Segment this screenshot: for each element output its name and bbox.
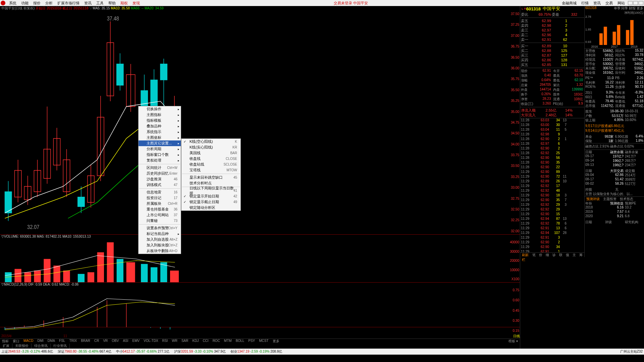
menu-item[interactable]: 系统	[7, 1, 19, 5]
candlestick-chart[interactable]: 37.48 32.07	[0, 11, 520, 235]
indicator-tab[interactable]: RSI	[160, 339, 170, 344]
bottom-tab[interactable]: 行业资讯	[51, 344, 70, 349]
fin-tab[interactable]: 更多	[637, 6, 643, 10]
menu-item[interactable]: 区间统计Ctrl+W	[139, 165, 181, 171]
indicator-tab[interactable]: KDJ	[190, 339, 201, 344]
indicator-tabs[interactable]: 指标窗口MACDDMIDMAFSLTRIXBRARCRVROBVASIEMVVO…	[0, 339, 520, 344]
indicator-tab[interactable]: EMV	[130, 339, 142, 344]
menu-item[interactable]: 资讯	[82, 1, 94, 5]
bottom-tab[interactable]: 关联报价	[12, 344, 32, 349]
menu-item[interactable]: K线(实心阳线)KR	[181, 144, 240, 150]
menu-item[interactable]: 重仓持股基金36	[139, 206, 181, 212]
menu-item[interactable]: 帮助	[106, 1, 118, 5]
menu-item[interactable]: 分析周期▸	[139, 146, 181, 152]
menu-item[interactable]: 指标窗口个数▸	[139, 152, 181, 158]
menu-item[interactable]: 功能	[19, 1, 31, 5]
menu-item[interactable]: 投资日记17	[139, 195, 181, 201]
indicator-tab[interactable]: BRAR	[79, 339, 92, 344]
menu-link[interactable]: 资讯	[591, 1, 603, 6]
menu-item[interactable]: ✓K线(空心阳线)K	[181, 139, 240, 144]
menu-item[interactable]: 叠加品种▸	[139, 123, 181, 129]
indicator-tab[interactable]: 更多	[271, 339, 281, 344]
indicator-tab[interactable]: FSL	[57, 339, 67, 344]
menu-link[interactable]: 网站	[615, 1, 627, 6]
menu-item[interactable]: 加入到自选股Alt+Z	[139, 237, 181, 242]
menu-link[interactable]: 行情	[579, 1, 591, 6]
indicator-tab[interactable]: OBV	[110, 339, 121, 344]
indicator-tab[interactable]: CCI	[201, 339, 210, 344]
bottom-tab[interactable]: 综合资讯	[32, 344, 51, 349]
bottom-tabs[interactable]: 扩展关联报价综合资讯行业资讯	[0, 344, 520, 349]
menu-link[interactable]: 金融商城	[559, 1, 579, 6]
side-tab[interactable]: 值	[564, 253, 571, 257]
menu-item[interactable]: 报价	[31, 1, 43, 5]
fin-tab[interactable]: 单季	[614, 6, 621, 10]
menu-item[interactable]: 发现	[130, 1, 142, 5]
menu-item[interactable]: 收盘站线SCLOSE	[181, 162, 240, 167]
menu-item[interactable]: 指标模板▸	[139, 118, 181, 123]
menu-item[interactable]: 信息地雷16	[139, 189, 181, 195]
indicator-tab[interactable]: MACD	[21, 339, 35, 344]
fin-tab[interactable]: 财报	[629, 6, 636, 10]
menu-item[interactable]: 上市公司网站37	[139, 212, 181, 218]
menu-item[interactable]: 设置条件预警Ctrl+Y	[139, 225, 181, 231]
menu-item[interactable]: 加入到板块股Ctrl+Z	[139, 242, 181, 248]
menu-item[interactable]: 期权	[118, 1, 130, 5]
max-icon[interactable]	[633, 1, 638, 5]
menu-item[interactable]: 技术分析时点	[181, 180, 240, 186]
side-tab[interactable]: 笔	[531, 253, 537, 257]
indicator-tab[interactable]: BOLL	[234, 339, 247, 344]
menu-item[interactable]: 扩展市场行情	[55, 1, 82, 5]
context-menu-sub[interactable]: ✓K线(空心阳线)KK线(实心阳线)KR美国线BAR收盘线CLOSE收盘站线SC…	[181, 138, 241, 211]
bottom-tab[interactable]: 扩展	[0, 344, 12, 349]
indicator-tab[interactable]: TRIX	[67, 339, 79, 344]
menu-item[interactable]: 复权处理▸	[139, 158, 181, 163]
menu-item[interactable]: 宝塔线MTOW	[181, 167, 240, 173]
menu-item[interactable]: 切换操作▸	[139, 106, 181, 112]
indicator-tab[interactable]: MCST	[257, 339, 270, 344]
menu-item[interactable]: 日线以下周期仅显示当日数据41	[181, 188, 240, 193]
indicator-tab[interactable]: PSY	[246, 339, 257, 344]
indicator-tab[interactable]: WR	[170, 339, 179, 344]
menu-item[interactable]: 训练模式47	[139, 182, 181, 188]
menu-item[interactable]: 问董秘73	[139, 218, 181, 224]
pred-tab[interactable]: 主题投资	[601, 197, 618, 201]
indicator-tab[interactable]: SAR	[179, 339, 191, 344]
min-icon[interactable]	[628, 1, 633, 5]
indicator-tab[interactable]: DMI	[35, 339, 45, 344]
side-tab[interactable]: 联	[557, 253, 564, 257]
side-tab[interactable]: 筹	[578, 253, 584, 257]
indicator-tab[interactable]: VOL-TDX	[142, 339, 160, 344]
side-tab[interactable]: 诊	[551, 253, 557, 257]
menu-item[interactable]: 系统指示▸	[139, 129, 181, 135]
menu-item[interactable]: 锁定随动分析区	[181, 205, 240, 210]
menu-item[interactable]: ✓锁定显示截止日期49	[181, 199, 240, 205]
menu-item[interactable]: 沙盘推演46	[139, 176, 181, 182]
menu-item[interactable]: 工具	[94, 1, 106, 5]
close-icon[interactable]	[639, 1, 643, 5]
indicator-tab[interactable]: ASI	[121, 339, 130, 344]
volume-chart[interactable]: 40000300002000010000X100	[0, 239, 520, 283]
menu-item[interactable]: 主图坐标▸	[139, 135, 181, 140]
macd-chart[interactable]: 0.750.600.450.300.15	[0, 287, 520, 334]
pred-tab[interactable]: 预测评级	[585, 197, 601, 201]
side-tab[interactable]: 刷新栏	[520, 253, 531, 257]
indicator-tab[interactable]: DMA	[46, 339, 57, 344]
menu-link[interactable]: 交易	[603, 1, 615, 6]
fin-tab[interactable]: 同季	[621, 6, 628, 10]
indicator-tab[interactable]: MTM	[222, 339, 234, 344]
menu-item[interactable]: ✓锁定显示开始日期42	[181, 193, 240, 199]
indicator-tab[interactable]: ROC	[211, 339, 222, 344]
side-tab[interactable]: 主	[571, 253, 578, 257]
indicator-tab[interactable]: VR	[101, 339, 110, 344]
pred-tab[interactable]: 技术形态	[618, 197, 635, 201]
menu-item[interactable]: 标记当前品种▸	[139, 231, 181, 237]
menu-item[interactable]: 所属板块Ctrl+R	[139, 201, 181, 206]
side-tab[interactable]: 细	[544, 253, 551, 257]
menu-item[interactable]: 历史同步回忆Enter	[139, 171, 181, 176]
menu-item[interactable]: 主图其它设置...▸	[139, 140, 181, 146]
indicator-tab[interactable]: CR	[92, 339, 101, 344]
menu-item[interactable]: 收盘线CLOSE	[181, 156, 240, 162]
menu-item[interactable]: 分析	[43, 1, 55, 5]
menu-item[interactable]: 从板块中删除Alt+D	[139, 248, 181, 254]
